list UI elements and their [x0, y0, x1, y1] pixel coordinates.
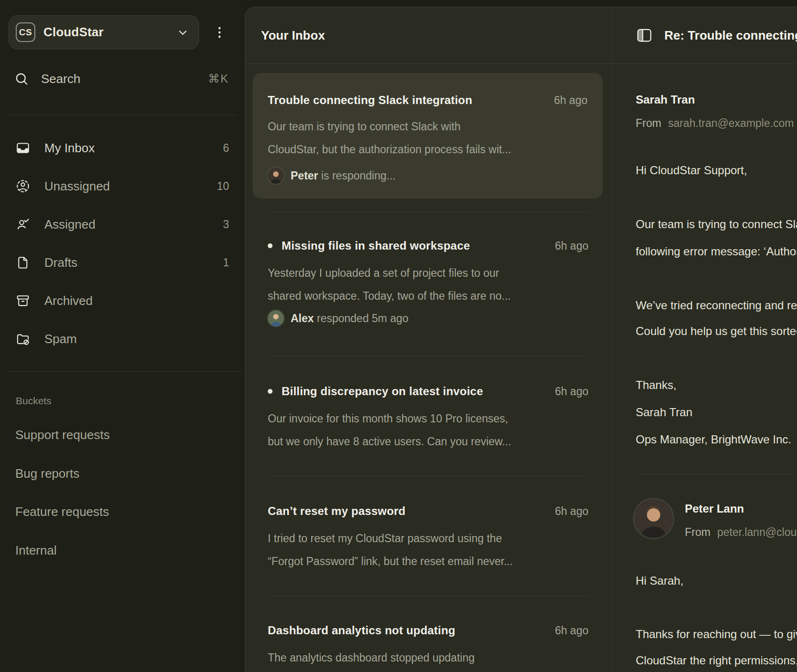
- archive-icon: [16, 294, 30, 308]
- main-panel: Your Inbox Trouble connecting Slack inte…: [245, 7, 797, 672]
- peter-avatar: [268, 168, 284, 184]
- typing-status: Peter is responding...: [291, 169, 396, 182]
- sidebar-item-label: Drafts: [44, 255, 77, 270]
- conversation-detail-panel: Re: Trouble connecting Slack integration…: [612, 7, 797, 672]
- conversation-item-selected[interactable]: Trouble connecting Slack integration 6h …: [252, 73, 603, 199]
- conversation-preview: Our invoice for this month shows 10 Pro …: [268, 407, 588, 453]
- sidebar-nav: My Inbox 6 Unassigned 10: [0, 129, 245, 358]
- conversation-title: Billing discrepancy on latest invoice: [282, 385, 483, 398]
- message-paragraph: Hi CloudStar Support,: [636, 162, 747, 179]
- conversation-time: 6h ago: [545, 385, 588, 398]
- conversation-time: 6h ago: [545, 505, 588, 518]
- conversation-title: Trouble connecting Slack integration: [268, 94, 472, 107]
- sender-from-row: From peter.lann@cloudstar.com: [685, 525, 797, 540]
- sender-email: peter.lann@cloudstar.com: [717, 525, 797, 540]
- conversation-title: Dashboard analytics not updating: [268, 624, 455, 637]
- sidebar-item-feature-requests[interactable]: Feature requests: [15, 504, 109, 519]
- sidebar-item-count: 6: [223, 142, 229, 155]
- sidebar-item-label: Archived: [44, 294, 93, 308]
- sidebar-item-bug-reports[interactable]: Bug reports: [15, 466, 79, 481]
- unread-dot: [268, 389, 273, 394]
- bucket-label: Bug reports: [15, 466, 79, 481]
- conversation-item[interactable]: Can’t reset my password 6h ago I tried t…: [245, 476, 612, 573]
- sidebar-item-archived[interactable]: Archived: [0, 282, 245, 320]
- conversation-preview: Yesterday I uploaded a set of project fi…: [268, 262, 588, 307]
- from-label: From: [636, 116, 661, 131]
- sidebar-item-my-inbox[interactable]: My Inbox 6: [0, 129, 245, 167]
- sidebar-divider: [8, 371, 241, 372]
- bucket-label: Feature requests: [15, 504, 109, 519]
- conversation-title: Can’t reset my password: [268, 504, 406, 518]
- sidebar-item-count: 3: [223, 218, 229, 231]
- sidebar-item-internal[interactable]: Internal: [15, 543, 57, 558]
- conversation-preview: The analytics dashboard stopped updating: [268, 646, 588, 669]
- conversation-time: 6h ago: [545, 240, 588, 252]
- search-button[interactable]: Search ⌘K: [14, 67, 229, 91]
- inbox-title: Your Inbox: [261, 28, 325, 43]
- detail-header: Re: Trouble connecting Slack integration: [613, 7, 797, 64]
- sidebar-item-assigned[interactable]: Assigned 3: [0, 205, 245, 243]
- sidebar: CS CloudStar Search ⌘K My Inbox 6: [0, 0, 245, 672]
- sidebar-divider: [7, 115, 237, 115]
- message-paragraph: Hi Sarah,: [636, 572, 683, 589]
- search-shortcut: ⌘K: [208, 72, 229, 85]
- inbox-icon: [16, 141, 30, 155]
- sender-email: sarah.tran@example.com: [668, 116, 794, 131]
- sidebar-item-label: Unassigned: [44, 179, 110, 194]
- file-icon: [16, 255, 30, 270]
- sidebar-item-label: Spam: [44, 332, 77, 346]
- conversation-item[interactable]: Billing discrepancy on latest invoice 6h…: [245, 356, 612, 453]
- sidebar-item-spam[interactable]: Spam: [0, 320, 245, 358]
- conversation-preview: I tried to reset my CloudStar password u…: [268, 527, 588, 573]
- conversation-time: 6h ago: [545, 624, 588, 637]
- conversation-footer: Alex responded 5m ago: [268, 310, 588, 326]
- user-check-icon: [16, 217, 30, 231]
- conversation-footer: Peter is responding...: [268, 168, 587, 184]
- sender-name: Peter Lann: [685, 501, 744, 516]
- sidebar-item-unassigned[interactable]: Unassigned 10: [0, 167, 245, 205]
- chevron-down-icon: [177, 26, 189, 39]
- sender-name: Sarah Tran: [636, 92, 695, 107]
- sidebar-item-label: Assigned: [44, 217, 95, 232]
- workspace-logo: CS: [16, 22, 35, 42]
- message-paragraph: Our team is trying to connect Slack with…: [636, 210, 797, 265]
- sidebar-item-count: 10: [217, 180, 229, 193]
- folder-slash-icon: [16, 332, 30, 346]
- message-paragraph: Thanks for reaching out — to give CloudS…: [636, 621, 797, 672]
- search-label: Search: [41, 72, 80, 86]
- conversation-item[interactable]: Dashboard analytics not updating 6h ago …: [245, 596, 612, 669]
- inbox-header: Your Inbox: [245, 7, 612, 64]
- conversation-preview: Our team is trying to connect Slack with…: [268, 115, 587, 161]
- reply-status: Alex responded 5m ago: [291, 312, 409, 325]
- bucket-label: Internal: [15, 543, 57, 558]
- sidebar-item-support-requests[interactable]: Support requests: [15, 427, 110, 442]
- conversation-list-panel: Your Inbox Trouble connecting Slack inte…: [245, 7, 612, 672]
- buckets-section-title: Buckets: [16, 395, 52, 407]
- detail-title: Re: Trouble connecting Slack integration: [664, 28, 797, 43]
- toggle-sidebar-panel-icon[interactable]: [637, 29, 651, 42]
- unread-dot: [268, 243, 273, 248]
- from-label: From: [685, 525, 711, 540]
- workspace-initials: CS: [19, 27, 32, 38]
- sender-from-row: From sarah.tran@example.com: [636, 116, 794, 131]
- workspace-switcher[interactable]: CS CloudStar: [9, 15, 199, 49]
- sidebar-item-drafts[interactable]: Drafts 1: [0, 243, 245, 282]
- conversation-title: Missing files in shared workspace: [282, 239, 470, 252]
- alex-avatar: [268, 310, 284, 326]
- search-icon: [14, 72, 29, 86]
- message-paragraph: We’ve tried reconnecting and re-authoriz…: [636, 293, 797, 344]
- conversation-time: 6h ago: [545, 94, 587, 107]
- user-dashed-circle-icon: [16, 179, 30, 193]
- conversation-item[interactable]: Missing files in shared workspace 6h ago…: [245, 211, 612, 326]
- bucket-label: Support requests: [15, 428, 110, 442]
- sidebar-menu-button[interactable]: [213, 22, 226, 43]
- kebab-menu-icon: [213, 23, 226, 42]
- message-divider: [635, 474, 797, 474]
- sidebar-item-label: My Inbox: [44, 141, 95, 156]
- peter-avatar-large: [634, 499, 673, 538]
- workspace-name: CloudStar: [43, 25, 104, 40]
- message-signature: Thanks, Sarah Tran Ops Manager, BrightWa…: [636, 371, 791, 453]
- sidebar-item-count: 1: [223, 256, 229, 269]
